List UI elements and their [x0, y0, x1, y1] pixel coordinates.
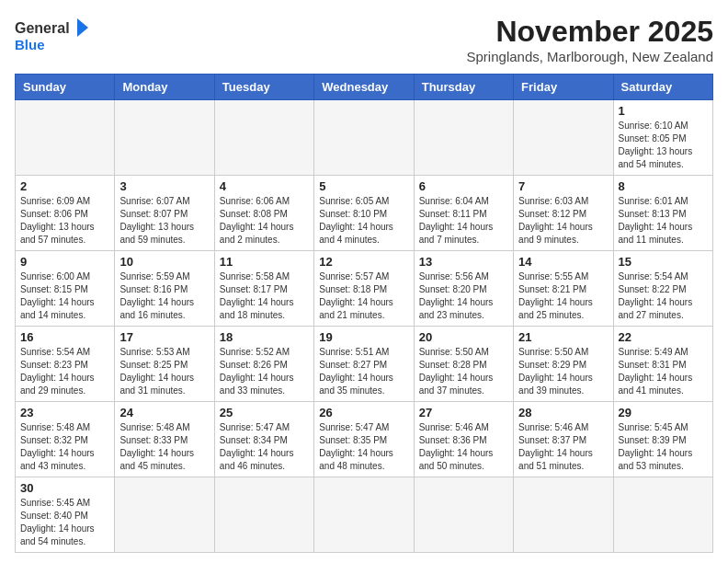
day-number: 26 [319, 406, 408, 419]
calendar-cell: 1Sunrise: 6:10 AM Sunset: 8:05 PM Daylig… [613, 100, 712, 176]
calendar-week-row-6: 30Sunrise: 5:45 AM Sunset: 8:40 PM Dayli… [16, 477, 713, 553]
day-number: 28 [518, 406, 608, 419]
calendar-cell: 23Sunrise: 5:48 AM Sunset: 8:32 PM Dayli… [16, 402, 115, 477]
page-header: GeneralBlue November 2025 Springlands, M… [15, 15, 713, 64]
svg-text:General: General [15, 20, 70, 36]
calendar-cell: 21Sunrise: 5:50 AM Sunset: 8:29 PM Dayli… [514, 327, 613, 402]
day-number: 14 [518, 255, 608, 269]
calendar-cell: 16Sunrise: 5:54 AM Sunset: 8:23 PM Dayli… [16, 327, 115, 402]
day-number: 27 [419, 406, 508, 419]
calendar-cell [314, 477, 414, 553]
day-number: 21 [518, 330, 608, 344]
day-info: Sunrise: 5:50 AM Sunset: 8:28 PM Dayligh… [419, 346, 508, 397]
calendar-cell: 17Sunrise: 5:53 AM Sunset: 8:25 PM Dayli… [115, 327, 214, 402]
calendar-cell: 10Sunrise: 5:59 AM Sunset: 8:16 PM Dayli… [115, 251, 214, 327]
day-number: 13 [419, 255, 508, 269]
day-info: Sunrise: 5:54 AM Sunset: 8:22 PM Dayligh… [619, 270, 708, 322]
calendar-week-row-3: 9Sunrise: 6:00 AM Sunset: 8:15 PM Daylig… [16, 251, 713, 327]
calendar-cell: 8Sunrise: 6:01 AM Sunset: 8:13 PM Daylig… [613, 176, 712, 251]
day-number: 1 [619, 104, 708, 118]
day-info: Sunrise: 5:45 AM Sunset: 8:40 PM Dayligh… [20, 497, 109, 548]
day-number: 9 [20, 255, 109, 269]
day-number: 16 [20, 330, 109, 344]
day-info: Sunrise: 5:55 AM Sunset: 8:21 PM Dayligh… [518, 270, 608, 322]
calendar-table: SundayMondayTuesdayWednesdayThursdayFrid… [15, 74, 713, 553]
day-number: 15 [619, 255, 708, 269]
calendar-cell: 19Sunrise: 5:51 AM Sunset: 8:27 PM Dayli… [314, 327, 414, 402]
calendar-cell [214, 100, 313, 176]
day-info: Sunrise: 6:05 AM Sunset: 8:10 PM Dayligh… [319, 195, 408, 247]
logo-svg: GeneralBlue [15, 15, 97, 55]
day-number: 5 [319, 179, 408, 193]
day-number: 22 [619, 330, 708, 344]
calendar-cell: 30Sunrise: 5:45 AM Sunset: 8:40 PM Dayli… [16, 477, 115, 553]
calendar-cell: 25Sunrise: 5:47 AM Sunset: 8:34 PM Dayli… [214, 402, 313, 477]
day-number: 2 [20, 179, 109, 193]
calendar-cell [414, 100, 513, 176]
logo: GeneralBlue [15, 15, 97, 55]
weekday-header-thursday: Thursday [414, 75, 513, 100]
day-info: Sunrise: 5:54 AM Sunset: 8:23 PM Dayligh… [20, 346, 109, 397]
calendar-cell: 12Sunrise: 5:57 AM Sunset: 8:18 PM Dayli… [314, 251, 414, 327]
day-info: Sunrise: 6:01 AM Sunset: 8:13 PM Dayligh… [619, 195, 708, 247]
day-number: 8 [619, 179, 708, 193]
day-info: Sunrise: 5:47 AM Sunset: 8:34 PM Dayligh… [220, 421, 309, 473]
calendar-cell [214, 477, 313, 553]
calendar-cell [414, 477, 513, 553]
day-number: 18 [220, 330, 309, 344]
day-info: Sunrise: 5:53 AM Sunset: 8:25 PM Dayligh… [119, 346, 209, 397]
day-info: Sunrise: 5:48 AM Sunset: 8:33 PM Dayligh… [119, 421, 209, 473]
day-number: 29 [619, 406, 708, 419]
calendar-cell: 4Sunrise: 6:06 AM Sunset: 8:08 PM Daylig… [214, 176, 313, 251]
calendar-cell: 11Sunrise: 5:58 AM Sunset: 8:17 PM Dayli… [214, 251, 313, 327]
calendar-cell: 13Sunrise: 5:56 AM Sunset: 8:20 PM Dayli… [414, 251, 513, 327]
calendar-week-row-1: 1Sunrise: 6:10 AM Sunset: 8:05 PM Daylig… [16, 100, 713, 176]
day-number: 20 [419, 330, 508, 344]
calendar-cell: 9Sunrise: 6:00 AM Sunset: 8:15 PM Daylig… [16, 251, 115, 327]
calendar-cell: 14Sunrise: 5:55 AM Sunset: 8:21 PM Dayli… [514, 251, 613, 327]
day-info: Sunrise: 5:50 AM Sunset: 8:29 PM Dayligh… [518, 346, 608, 397]
calendar-cell: 15Sunrise: 5:54 AM Sunset: 8:22 PM Dayli… [613, 251, 712, 327]
day-info: Sunrise: 5:52 AM Sunset: 8:26 PM Dayligh… [220, 346, 309, 397]
calendar-cell: 18Sunrise: 5:52 AM Sunset: 8:26 PM Dayli… [214, 327, 313, 402]
day-number: 3 [119, 179, 209, 193]
calendar-week-row-4: 16Sunrise: 5:54 AM Sunset: 8:23 PM Dayli… [16, 327, 713, 402]
calendar-week-row-5: 23Sunrise: 5:48 AM Sunset: 8:32 PM Dayli… [16, 402, 713, 477]
day-number: 17 [119, 330, 209, 344]
calendar-cell: 29Sunrise: 5:45 AM Sunset: 8:39 PM Dayli… [613, 402, 712, 477]
calendar-cell [613, 477, 712, 553]
day-info: Sunrise: 5:51 AM Sunset: 8:27 PM Dayligh… [319, 346, 408, 397]
day-info: Sunrise: 5:59 AM Sunset: 8:16 PM Dayligh… [119, 270, 209, 322]
calendar-cell [16, 100, 115, 176]
weekday-header-wednesday: Wednesday [314, 75, 414, 100]
calendar-cell: 28Sunrise: 5:46 AM Sunset: 8:37 PM Dayli… [514, 402, 613, 477]
day-number: 4 [220, 179, 309, 193]
day-info: Sunrise: 6:04 AM Sunset: 8:11 PM Dayligh… [419, 195, 508, 247]
day-number: 19 [319, 330, 408, 344]
weekday-header-sunday: Sunday [16, 75, 115, 100]
calendar-week-row-2: 2Sunrise: 6:09 AM Sunset: 8:06 PM Daylig… [16, 176, 713, 251]
day-info: Sunrise: 5:57 AM Sunset: 8:18 PM Dayligh… [319, 270, 408, 322]
day-info: Sunrise: 5:58 AM Sunset: 8:17 PM Dayligh… [220, 270, 309, 322]
svg-text:Blue: Blue [15, 37, 45, 52]
day-info: Sunrise: 5:48 AM Sunset: 8:32 PM Dayligh… [20, 421, 109, 473]
day-info: Sunrise: 6:07 AM Sunset: 8:07 PM Dayligh… [119, 195, 209, 247]
weekday-header-row: SundayMondayTuesdayWednesdayThursdayFrid… [16, 75, 713, 100]
calendar-cell: 27Sunrise: 5:46 AM Sunset: 8:36 PM Dayli… [414, 402, 513, 477]
day-info: Sunrise: 5:49 AM Sunset: 8:31 PM Dayligh… [619, 346, 708, 397]
day-info: Sunrise: 6:10 AM Sunset: 8:05 PM Dayligh… [619, 120, 708, 171]
calendar-cell [115, 100, 214, 176]
day-info: Sunrise: 6:06 AM Sunset: 8:08 PM Dayligh… [220, 195, 309, 247]
month-title: November 2025 [467, 15, 713, 49]
calendar-cell: 5Sunrise: 6:05 AM Sunset: 8:10 PM Daylig… [314, 176, 414, 251]
weekday-header-saturday: Saturday [613, 75, 712, 100]
day-info: Sunrise: 5:46 AM Sunset: 8:36 PM Dayligh… [419, 421, 508, 473]
day-number: 30 [20, 481, 109, 495]
day-info: Sunrise: 6:03 AM Sunset: 8:12 PM Dayligh… [518, 195, 608, 247]
day-number: 11 [220, 255, 309, 269]
day-number: 10 [119, 255, 209, 269]
calendar-cell: 6Sunrise: 6:04 AM Sunset: 8:11 PM Daylig… [414, 176, 513, 251]
calendar-cell [514, 477, 613, 553]
calendar-cell: 22Sunrise: 5:49 AM Sunset: 8:31 PM Dayli… [613, 327, 712, 402]
weekday-header-monday: Monday [115, 75, 214, 100]
